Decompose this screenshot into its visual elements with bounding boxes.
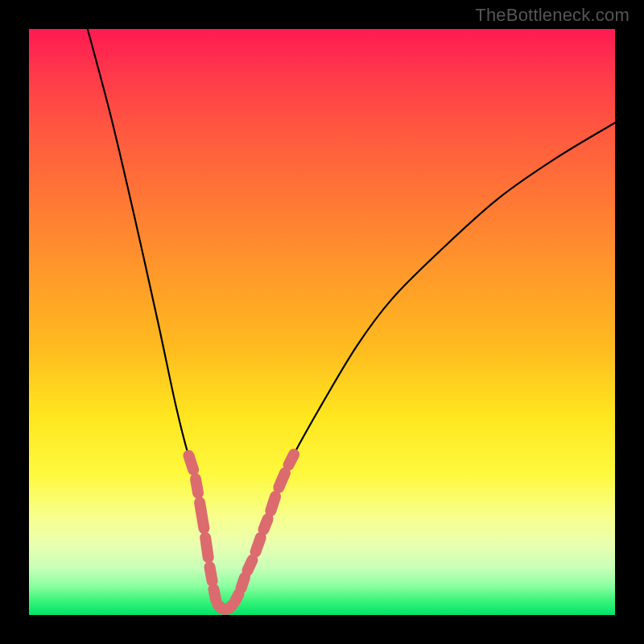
highlight-segments [188,455,294,609]
highlight-dash [188,456,193,470]
curve-svg [29,29,615,615]
highlight-dash [256,538,261,552]
highlight-dash [205,538,208,558]
highlight-dash [210,567,213,581]
highlight-dash [247,560,252,571]
watermark-text: TheBottleneck.com [475,5,630,26]
chart-frame: TheBottleneck.com [0,0,644,644]
highlight-dash [235,594,238,601]
bottleneck-curve [88,29,615,611]
highlight-dash [214,589,217,600]
highlight-dash [279,473,285,488]
highlight-dash [200,502,204,528]
highlight-dash [242,577,245,588]
highlight-dash [270,497,275,511]
highlight-dash [196,479,198,493]
highlight-dash [264,519,268,530]
highlight-dash [289,455,295,465]
plot-area [29,29,615,615]
